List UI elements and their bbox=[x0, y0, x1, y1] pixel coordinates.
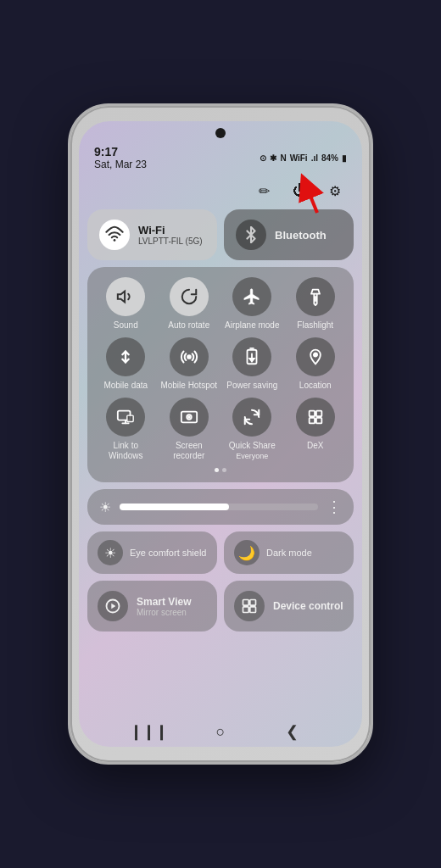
tile-screen-recorder[interactable]: Screen recorder bbox=[159, 398, 219, 461]
bluetooth-status-icon: ✱ bbox=[270, 153, 276, 163]
tile-quick-share[interactable]: Quick ShareEveryone bbox=[222, 398, 282, 461]
dark-mode-label: Dark mode bbox=[266, 548, 312, 558]
dot-1 bbox=[215, 468, 219, 472]
svg-rect-27 bbox=[250, 607, 256, 613]
svg-rect-18 bbox=[309, 411, 314, 416]
grid-panel: Sound Auto rotate bbox=[87, 267, 354, 482]
brightness-track[interactable] bbox=[120, 504, 318, 510]
tile-location[interactable]: Location bbox=[286, 337, 345, 391]
svg-rect-26 bbox=[243, 607, 249, 613]
battery-level: 84% bbox=[321, 153, 338, 163]
bluetooth-tile[interactable]: Bluetooth bbox=[224, 209, 354, 260]
brightness-panel: ☀ ⋮ bbox=[87, 489, 354, 525]
bluetooth-tile-text: Bluetooth bbox=[275, 229, 327, 242]
edit-button[interactable]: ✏ bbox=[252, 179, 276, 203]
power-button[interactable]: ⏻ bbox=[287, 179, 311, 203]
wifi-tile[interactable]: Wi-Fi LVLPTT-FIL (5G) bbox=[87, 209, 217, 260]
location-icon bbox=[296, 337, 335, 376]
link-windows-icon bbox=[106, 398, 145, 437]
hotspot-label: Mobile Hotspot bbox=[160, 381, 217, 391]
mobile-data-icon bbox=[106, 337, 145, 376]
brightness-more-button[interactable]: ⋮ bbox=[327, 498, 342, 516]
grid-row-3: Link to Windows Screen recorder bbox=[94, 398, 347, 461]
nav-bar: ❙❙❙ ○ ❮ bbox=[79, 716, 362, 747]
screen-recorder-icon bbox=[170, 398, 209, 437]
wifi-status-icon: WiFi bbox=[290, 153, 308, 163]
brightness-fill bbox=[120, 504, 229, 510]
signal-icon: .ıl bbox=[311, 153, 318, 163]
smart-view-sub: Mirror screen bbox=[137, 608, 191, 617]
dot-2 bbox=[222, 468, 226, 472]
grid-row-2: Mobile data Mobile Hotspo bbox=[94, 337, 347, 391]
power-saving-label: Power saving bbox=[226, 381, 277, 391]
tile-hotspot[interactable]: Mobile Hotspot bbox=[159, 337, 219, 391]
svg-marker-23 bbox=[111, 604, 115, 609]
airplane-label: Airplane mode bbox=[225, 320, 279, 331]
status-icons: ⊙ ✱ N WiFi .ıl 84% ▮ bbox=[260, 153, 347, 163]
eye-comfort-tile[interactable]: ☀ Eye comfort shield bbox=[87, 531, 217, 574]
status-right: ⊙ ✱ N WiFi .ıl 84% ▮ bbox=[260, 153, 347, 163]
svg-point-10 bbox=[314, 353, 317, 356]
wifi-label: Wi-Fi bbox=[138, 224, 203, 236]
quick-share-label: Quick ShareEveryone bbox=[229, 441, 276, 461]
device-control-label: Device control bbox=[273, 600, 343, 612]
tile-flashlight[interactable]: Flashlight bbox=[286, 277, 345, 331]
location-status-icon: ⊙ bbox=[260, 153, 266, 163]
dark-mode-icon: 🌙 bbox=[234, 540, 260, 565]
smart-view-text: Smart View Mirror screen bbox=[137, 596, 191, 617]
extra-tiles-row: Smart View Mirror screen Dev bbox=[87, 581, 354, 632]
phone-shell: 9:17 Sat, Mar 23 ⊙ ✱ N WiFi .ıl 84% ▮ ✏ … bbox=[68, 103, 373, 765]
tile-power-saving[interactable]: Power saving bbox=[222, 337, 282, 391]
home-button[interactable]: ○ bbox=[208, 719, 233, 744]
location-label: Location bbox=[299, 381, 332, 391]
svg-point-2 bbox=[114, 239, 116, 242]
svg-rect-14 bbox=[127, 415, 133, 421]
content-area: Wi-Fi LVLPTT-FIL (5G) Bluetooth bbox=[79, 209, 362, 638]
hotspot-icon bbox=[170, 337, 209, 376]
tile-sound[interactable]: Sound bbox=[96, 277, 155, 331]
wifi-icon bbox=[99, 220, 130, 250]
tile-airplane[interactable]: Airplane mode bbox=[222, 277, 282, 331]
status-date: Sat, Mar 23 bbox=[94, 159, 147, 170]
settings-button[interactable]: ⚙ bbox=[323, 179, 347, 203]
back-button[interactable]: ❮ bbox=[280, 719, 305, 744]
bluetooth-label: Bluetooth bbox=[275, 229, 327, 242]
status-time: 9:17 bbox=[94, 145, 147, 159]
brightness-icon: ☀ bbox=[99, 499, 111, 515]
grid-row-1: Sound Auto rotate bbox=[94, 277, 347, 331]
auto-rotate-label: Auto rotate bbox=[168, 320, 209, 331]
svg-rect-20 bbox=[309, 418, 314, 423]
dex-label: DeX bbox=[307, 441, 323, 451]
mobile-data-label: Mobile data bbox=[103, 381, 148, 391]
eye-comfort-icon: ☀ bbox=[98, 540, 123, 565]
svg-rect-21 bbox=[316, 418, 321, 423]
wifi-sub: LVLPTT-FIL (5G) bbox=[138, 236, 203, 246]
nfc-status-icon: N bbox=[280, 153, 286, 163]
dark-mode-tile[interactable]: 🌙 Dark mode bbox=[224, 531, 354, 574]
power-saving-icon bbox=[232, 337, 271, 376]
airplane-icon bbox=[232, 277, 271, 316]
phone-screen: 9:17 Sat, Mar 23 ⊙ ✱ N WiFi .ıl 84% ▮ ✏ … bbox=[79, 121, 362, 747]
svg-point-6 bbox=[187, 355, 191, 359]
svg-rect-24 bbox=[243, 600, 249, 606]
camera-notch bbox=[215, 128, 226, 138]
tile-auto-rotate[interactable]: Auto rotate bbox=[159, 277, 219, 331]
auto-rotate-icon bbox=[170, 277, 209, 316]
device-control-tile[interactable]: Device control bbox=[224, 581, 354, 632]
smart-view-icon bbox=[98, 591, 128, 621]
page-dots bbox=[94, 468, 347, 472]
recent-apps-button[interactable]: ❙❙❙ bbox=[136, 719, 161, 744]
dex-icon bbox=[296, 398, 335, 437]
smart-view-label: Smart View bbox=[137, 596, 191, 608]
smart-view-tile[interactable]: Smart View Mirror screen bbox=[87, 581, 217, 632]
wifi-bt-row: Wi-Fi LVLPTT-FIL (5G) Bluetooth bbox=[87, 209, 354, 260]
tile-link-windows[interactable]: Link to Windows bbox=[96, 398, 155, 461]
svg-rect-25 bbox=[250, 600, 256, 606]
svg-marker-3 bbox=[118, 292, 125, 303]
tile-mobile-data[interactable]: Mobile data bbox=[96, 337, 155, 391]
sound-icon bbox=[106, 277, 145, 316]
wifi-tile-text: Wi-Fi LVLPTT-FIL (5G) bbox=[138, 224, 203, 246]
screen-recorder-label: Screen recorder bbox=[159, 441, 219, 461]
device-control-icon bbox=[234, 591, 265, 621]
tile-dex[interactable]: DeX bbox=[286, 398, 345, 461]
